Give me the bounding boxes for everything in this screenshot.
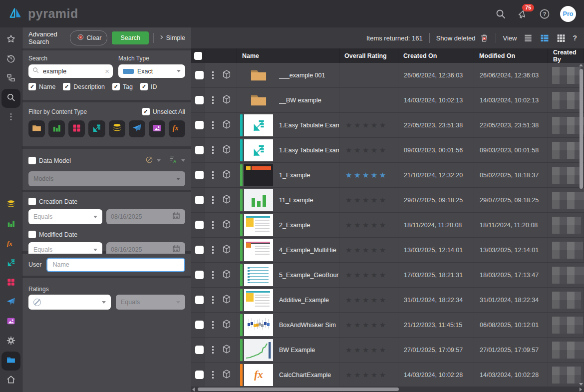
vertical-scrollbar[interactable] — [579, 63, 584, 387]
item-name-cell[interactable]: ___example 001 — [237, 63, 339, 87]
select-all-checkbox[interactable] — [194, 52, 202, 60]
user-input[interactable] — [51, 261, 180, 269]
scroll-left-arrow[interactable] — [192, 388, 195, 392]
table-row[interactable]: Additive_Example★★★★★31/01/2024, 18:22:3… — [191, 288, 584, 313]
table-row[interactable]: __BW example14/03/2024, 10:02:1314/03/20… — [191, 88, 584, 113]
rating-stars[interactable]: ★★★★★ — [345, 146, 388, 155]
item-name-cell[interactable]: 4_Example_MultiHie — [237, 238, 339, 262]
column-header-created-by[interactable]: Created By — [548, 48, 584, 63]
column-header-created[interactable]: Created On — [398, 48, 474, 63]
match-type-dropdown[interactable]: Exact — [118, 64, 185, 78]
global-search-icon[interactable] — [494, 7, 507, 20]
row-checkbox[interactable] — [195, 221, 204, 229]
horizontal-scrollbar[interactable] — [191, 387, 584, 392]
table-row[interactable]: BW Example★★★★★27/01/2025, 17:09:5727/01… — [191, 338, 584, 363]
rail-item-content[interactable] — [1, 352, 20, 371]
search-button[interactable]: Search — [112, 31, 149, 44]
app-logo[interactable]: pyramid — [8, 5, 78, 22]
rating-stars[interactable]: ★★★★★ — [345, 371, 388, 380]
row-checkbox[interactable] — [195, 371, 204, 379]
horizontal-scroll-thumb[interactable] — [198, 388, 399, 391]
ratings-value-dropdown[interactable] — [28, 295, 111, 310]
row-checkbox[interactable] — [195, 321, 204, 329]
item-name-cell[interactable]: 2_Example — [237, 213, 339, 237]
content-type-tabulate[interactable] — [88, 120, 105, 137]
vertical-scroll-thumb[interactable] — [580, 69, 583, 189]
item-name-cell[interactable]: fxCalcChartExample — [237, 363, 339, 387]
row-checkbox[interactable] — [195, 346, 204, 354]
row-checkbox[interactable] — [195, 171, 204, 179]
notifications-icon[interactable]: 75 — [516, 7, 529, 20]
cube-icon[interactable] — [221, 194, 232, 207]
rail-item-illustrate[interactable] — [1, 313, 20, 332]
cube-icon[interactable] — [221, 94, 232, 107]
table-row[interactable]: 11_Example★★★★★29/07/2025, 09:18:2529/07… — [191, 188, 584, 213]
item-name-cell[interactable]: 1_Example — [237, 163, 339, 187]
rating-stars[interactable]: ★★★★★ — [345, 171, 388, 180]
content-type-folder[interactable] — [28, 120, 45, 137]
table-row[interactable]: fxCalcChartExample★★★★★14/03/2024, 10:02… — [191, 363, 584, 388]
rating-stars[interactable]: ★★★★★ — [345, 121, 388, 130]
column-header-modified[interactable]: Modified On — [474, 48, 548, 63]
cube-icon[interactable] — [221, 369, 232, 382]
avatar[interactable]: Pro — [560, 6, 576, 22]
row-checkbox[interactable] — [195, 196, 204, 204]
column-header-rating[interactable]: Overall Rating — [339, 48, 398, 63]
scroll-down-arrow[interactable] — [579, 383, 583, 386]
cube-icon[interactable] — [221, 69, 232, 82]
row-menu-icon[interactable] — [211, 345, 215, 355]
content-type-formulate[interactable]: fx — [169, 120, 185, 137]
cube-icon[interactable] — [221, 144, 232, 157]
help-link[interactable]: ? — [573, 34, 577, 42]
cube-icon[interactable] — [221, 219, 232, 232]
item-name-cell[interactable]: 5_Example_GeoBour — [237, 263, 339, 287]
cube-icon[interactable] — [221, 294, 232, 307]
search-input[interactable] — [42, 67, 102, 75]
item-name-cell[interactable]: Additive_Example — [237, 288, 339, 312]
creation-date-checkbox[interactable]: Creation Date — [28, 198, 185, 205]
row-checkbox[interactable] — [195, 271, 204, 279]
rating-stars[interactable]: ★★★★★ — [345, 271, 388, 280]
row-checkbox[interactable] — [195, 146, 204, 154]
rail-item-hierarchy[interactable] — [1, 69, 20, 88]
row-checkbox[interactable] — [195, 246, 204, 254]
table-row[interactable]: 1.Easy Tabulate Exam★★★★★22/05/2023, 23:… — [191, 113, 584, 138]
row-menu-icon[interactable] — [211, 370, 215, 380]
rail-item-tabulate[interactable] — [1, 254, 20, 273]
content-type-discover[interactable] — [48, 120, 65, 137]
cube-icon[interactable] — [221, 344, 232, 357]
rating-stars[interactable]: ★★★★★ — [345, 321, 388, 330]
row-menu-icon[interactable] — [211, 320, 215, 330]
rating-stars[interactable]: ★★★★★ — [345, 346, 388, 355]
field-checkbox-name[interactable]: ✓Name — [28, 83, 55, 90]
unselect-all-checkbox[interactable]: ✓ Unselect All — [142, 108, 185, 115]
row-menu-icon[interactable] — [211, 295, 215, 305]
content-type-publish[interactable] — [129, 120, 145, 137]
table-row[interactable]: 5_Example_GeoBour★★★★★17/03/2025, 18:21:… — [191, 263, 584, 288]
row-menu-icon[interactable] — [211, 270, 215, 280]
rating-stars[interactable]: ★★★★★ — [345, 221, 388, 230]
row-checkbox[interactable] — [195, 296, 204, 304]
content-type-present[interactable] — [68, 120, 85, 137]
rating-stars[interactable]: ★★★★★ — [345, 246, 388, 255]
view-list-icon[interactable] — [523, 33, 533, 43]
row-menu-icon[interactable] — [211, 195, 215, 205]
row-checkbox[interactable] — [195, 96, 204, 104]
view-grid-icon[interactable] — [556, 33, 566, 43]
table-row[interactable]: 4_Example_MultiHie★★★★★13/03/2025, 12:14… — [191, 238, 584, 263]
rail-item-publish[interactable] — [1, 293, 20, 312]
table-row[interactable]: BoxAndWhisker Sim★★★★★21/12/2023, 11:45:… — [191, 313, 584, 338]
rating-stars[interactable]: ★★★★★ — [345, 196, 388, 205]
rail-item-search[interactable] — [1, 89, 20, 108]
scroll-up-arrow[interactable] — [579, 64, 583, 66]
view-details-icon[interactable] — [540, 33, 550, 43]
field-checkbox-id[interactable]: ✓ID — [140, 83, 157, 90]
table-row[interactable]: 1.Easy Tabulate Exam★★★★★09/03/2023, 00:… — [191, 138, 584, 163]
row-menu-icon[interactable] — [211, 120, 215, 130]
field-checkbox-tag[interactable]: ✓Tag — [112, 83, 133, 90]
rating-stars[interactable]: ★★★★★ — [345, 296, 388, 305]
rail-item-favorites[interactable] — [1, 30, 20, 49]
rail-item-more[interactable] — [1, 108, 20, 127]
item-name-cell[interactable]: __BW example — [237, 88, 339, 112]
rail-item-discover[interactable] — [1, 215, 20, 234]
